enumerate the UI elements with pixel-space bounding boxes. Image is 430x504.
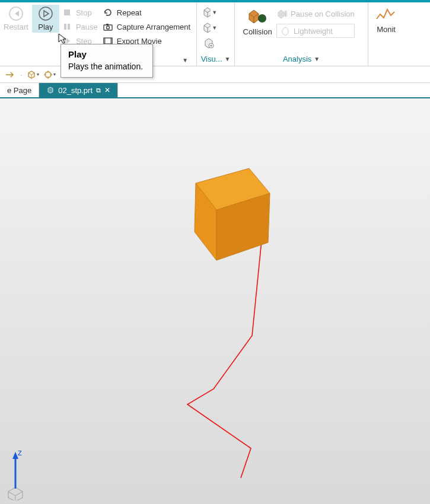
capture-arrangement-button[interactable]: Capture Arrangement: [103, 20, 190, 33]
qb-cube-icon[interactable]: ▾: [26, 68, 39, 81]
3d-scene: [0, 98, 430, 504]
svg-rect-3: [64, 24, 66, 30]
pause-on-collision-button[interactable]: Pause on Collision: [276, 7, 355, 20]
svg-rect-14: [285, 11, 286, 17]
pause-icon: [62, 23, 72, 31]
svg-rect-10: [104, 38, 106, 44]
lightweight-label: Lightweight: [294, 27, 333, 36]
3d-viewport[interactable]: z: [0, 98, 430, 504]
tab-popout-icon[interactable]: ⧉: [96, 87, 101, 94]
ribbon: Restart Play Stop Pause: [0, 2, 430, 66]
tab-active-file[interactable]: 02_stp.prt ⧉ ✕: [39, 83, 118, 97]
lightweight-icon: [281, 26, 291, 36]
chevron-down-icon[interactable]: ▼: [225, 56, 231, 62]
repeat-label: Repeat: [117, 8, 142, 17]
monitor-icon: [375, 6, 397, 24]
svg-rect-11: [110, 38, 112, 44]
tab-active-label: 02_stp.prt: [58, 86, 93, 95]
view-gizmo[interactable]: z: [4, 447, 39, 500]
qb-target-icon[interactable]: ▾: [43, 68, 56, 81]
restart-button[interactable]: Restart: [0, 5, 32, 33]
collision-label: Collision: [243, 27, 272, 36]
tooltip-title: Play: [68, 49, 144, 59]
visu-group-label: Visu...: [201, 55, 222, 63]
capture-label: Capture Arrangement: [117, 23, 190, 31]
visu-cube-icon-2[interactable]: ▼: [200, 21, 217, 34]
restart-icon: [8, 6, 24, 21]
collision-icon: [246, 6, 269, 26]
play-button[interactable]: Play: [32, 5, 59, 33]
repeat-icon: [103, 8, 113, 17]
document-tabs: e Page 02_stp.prt ⧉ ✕: [0, 83, 430, 98]
chevron-down-icon[interactable]: ▼: [182, 57, 188, 63]
qb-icon-1[interactable]: [4, 68, 17, 81]
svg-point-13: [258, 14, 266, 23]
svg-rect-5: [64, 38, 66, 44]
svg-point-1: [39, 7, 52, 20]
stop-label: Stop: [76, 8, 92, 17]
camera-icon: [103, 23, 113, 31]
tab-page-label: e Page: [7, 86, 31, 95]
stop-button[interactable]: Stop: [62, 6, 98, 19]
svg-point-7: [106, 26, 109, 29]
chevron-down-icon[interactable]: ▼: [314, 56, 320, 62]
repeat-button[interactable]: Repeat: [103, 6, 190, 19]
collision-button[interactable]: Collision: [238, 5, 276, 37]
gizmo-z-label: z: [18, 448, 22, 457]
play-label: Play: [38, 23, 53, 31]
play-icon: [38, 6, 53, 21]
svg-rect-15: [286, 11, 287, 17]
tooltip-body: Plays the animation.: [68, 62, 144, 71]
monitor-label: Monit: [377, 25, 396, 34]
svg-rect-4: [68, 24, 70, 30]
tab-page[interactable]: e Page: [0, 83, 39, 97]
analysis-group-label: Analysis: [283, 55, 311, 63]
svg-rect-8: [106, 24, 109, 25]
pause-on-collision-label: Pause on Collision: [291, 9, 355, 18]
pause-button[interactable]: Pause: [62, 20, 98, 33]
tab-close-icon[interactable]: ✕: [104, 86, 110, 94]
pause-label: Pause: [76, 23, 98, 31]
restart-label: Restart: [4, 23, 28, 31]
svg-rect-2: [64, 9, 70, 15]
part-file-icon: [46, 86, 55, 94]
stop-icon: [62, 8, 72, 17]
pause-collision-icon: [276, 9, 287, 18]
play-tooltip: Play Plays the animation.: [60, 44, 153, 78]
visu-cube-icon-1[interactable]: ▼: [200, 6, 217, 19]
lightweight-button[interactable]: Lightweight: [276, 24, 355, 38]
visu-cube-icon-3[interactable]: [200, 37, 217, 50]
monitor-button[interactable]: Monit: [372, 5, 400, 35]
